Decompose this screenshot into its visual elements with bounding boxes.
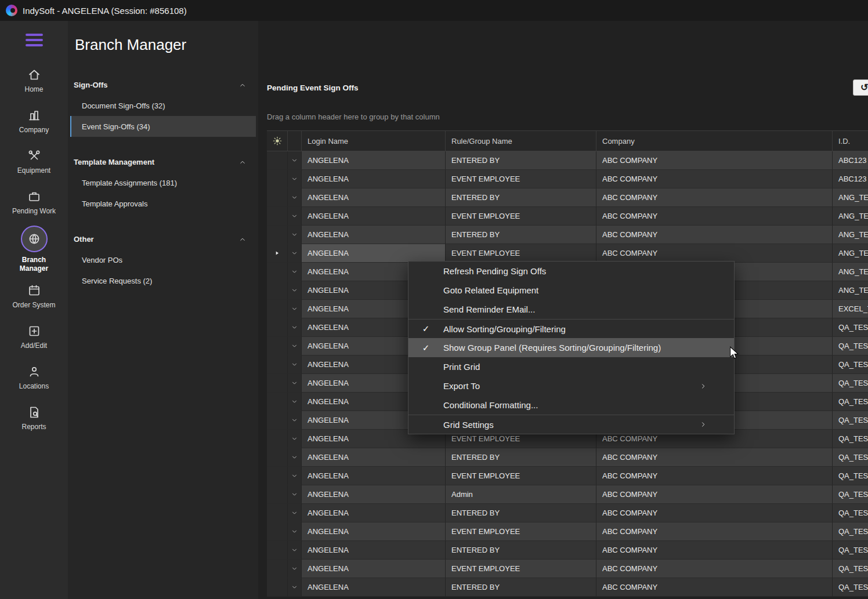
section-header-template-management[interactable]: Template Management xyxy=(68,152,258,172)
cell-rule-group-name[interactable]: ENTERED BY xyxy=(446,448,596,467)
cell-rule-group-name[interactable]: ENTERED BY xyxy=(446,226,596,244)
cell-login-name[interactable]: ANGELENA xyxy=(302,207,446,226)
cell-company[interactable]: ABC COMPANY xyxy=(596,541,833,560)
row-expand-button[interactable] xyxy=(288,504,302,522)
cell-id[interactable]: QA_TEST xyxy=(833,355,868,374)
cell-rule-group-name[interactable]: EVENT EMPLOYEE xyxy=(446,560,596,578)
table-row[interactable]: ANGELENAEVENT EMPLOYEEABC COMPANYQA_TEST xyxy=(267,522,868,541)
section-header-other[interactable]: Other xyxy=(68,229,258,249)
sidebar-item-order-system[interactable]: Order System xyxy=(0,276,68,317)
row-expand-button[interactable] xyxy=(288,448,302,467)
sidebar-item-add-edit[interactable]: Add/Edit xyxy=(0,317,68,357)
cell-rule-group-name[interactable]: EVENT EMPLOYEE xyxy=(446,207,596,226)
row-expand-button[interactable] xyxy=(288,578,302,597)
cell-login-name[interactable]: ANGELENA xyxy=(302,467,446,485)
nav-item-template-assignments-181[interactable]: Template Assignments (181) xyxy=(70,172,256,193)
row-expand-button[interactable] xyxy=(288,411,302,430)
cell-rule-group-name[interactable]: Admin xyxy=(446,485,596,504)
cell-login-name[interactable]: ANGELENA xyxy=(302,151,446,170)
sidebar-item-reports[interactable]: Reports xyxy=(0,398,68,438)
hamburger-menu-icon[interactable] xyxy=(26,34,43,46)
sidebar-item-home[interactable]: Home xyxy=(0,60,68,101)
cell-company[interactable]: ABC COMPANY xyxy=(596,207,833,226)
row-expand-button[interactable] xyxy=(288,244,302,263)
row-expand-button[interactable] xyxy=(288,151,302,170)
menu-item-refresh-pending-sign-offs[interactable]: Refresh Pending Sign Offs xyxy=(408,262,734,281)
row-expand-button[interactable] xyxy=(288,522,302,541)
menu-item-goto-related-equipment[interactable]: Goto Related Equipment xyxy=(408,281,734,300)
cell-id[interactable]: QA_TEST xyxy=(833,374,868,393)
row-expand-button[interactable] xyxy=(288,374,302,393)
row-expand-button[interactable] xyxy=(288,467,302,485)
indicator-column-header[interactable] xyxy=(267,131,288,151)
table-row[interactable]: ANGELENAEVENT EMPLOYEEABC COMPANYANG_TES xyxy=(267,207,868,226)
sidebar-item-equipment[interactable]: Equipment xyxy=(0,141,68,182)
cell-rule-group-name[interactable]: EVENT EMPLOYEE xyxy=(446,244,596,263)
row-expand-button[interactable] xyxy=(288,485,302,504)
cell-login-name[interactable]: ANGELENA xyxy=(302,244,446,263)
table-row[interactable]: ANGELENAENTERED BYABC COMPANYQA_TEST xyxy=(267,448,868,467)
nav-item-vendor-pos[interactable]: Vendor POs xyxy=(70,249,256,270)
cell-id[interactable]: QA_TEST xyxy=(833,560,868,578)
cell-login-name[interactable]: ANGELENA xyxy=(302,188,446,207)
cell-rule-group-name[interactable]: ENTERED BY xyxy=(446,151,596,170)
cell-rule-group-name[interactable]: EVENT EMPLOYEE xyxy=(446,522,596,541)
cell-id[interactable]: QA_TEST xyxy=(833,578,868,597)
cell-id[interactable]: ANG_TES xyxy=(833,281,868,300)
cell-id[interactable]: QA_TEST xyxy=(833,448,868,467)
cell-id[interactable]: QA_TEST xyxy=(833,467,868,485)
row-expand-button[interactable] xyxy=(288,541,302,560)
row-expand-button[interactable] xyxy=(288,170,302,188)
table-row[interactable]: ANGELENAENTERED BYABC COMPANYQA_TEST xyxy=(267,504,868,522)
column-header-rule-group-name[interactable]: Rule/Group Name xyxy=(446,131,596,151)
table-row[interactable]: ANGELENAEVENT EMPLOYEEABC COMPANYABC123 xyxy=(267,170,868,188)
cell-id[interactable]: QA_TEST xyxy=(833,318,868,337)
menu-item-export-to[interactable]: Export To xyxy=(408,376,734,395)
refresh-button[interactable]: ↺ Refresh xyxy=(853,79,868,96)
cell-company[interactable]: ABC COMPANY xyxy=(596,226,833,244)
cell-login-name[interactable]: ANGELENA xyxy=(302,541,446,560)
sidebar-item-company[interactable]: Company xyxy=(0,101,68,141)
table-row[interactable]: ANGELENAENTERED BYABC COMPANYANG_TES xyxy=(267,226,868,244)
sidebar-item-pending-work[interactable]: Pending Work xyxy=(0,182,68,223)
table-row[interactable]: ANGELENAENTERED BYABC COMPANYABC123 xyxy=(267,151,868,170)
table-row[interactable]: ANGELENAENTERED BYABC COMPANYQA_TEST xyxy=(267,541,868,560)
cell-rule-group-name[interactable]: ENTERED BY xyxy=(446,188,596,207)
row-expand-button[interactable] xyxy=(288,300,302,318)
menu-item-print-grid[interactable]: Print Grid xyxy=(408,357,734,376)
row-expand-button[interactable] xyxy=(288,337,302,355)
column-header-id[interactable]: I.D. xyxy=(833,131,868,151)
menu-item-grid-settings[interactable]: Grid Settings xyxy=(408,415,734,434)
row-expand-button[interactable] xyxy=(288,318,302,337)
nav-item-event-sign-offs-34[interactable]: Event Sign-Offs (34) xyxy=(70,116,256,137)
cell-id[interactable]: ANG_TES xyxy=(833,263,868,281)
cell-login-name[interactable]: ANGELENA xyxy=(302,485,446,504)
cell-id[interactable]: ANG_TES xyxy=(833,244,868,263)
cell-login-name[interactable]: ANGELENA xyxy=(302,170,446,188)
menu-item-send-reminder-email[interactable]: Send Reminder EMail... xyxy=(408,300,734,319)
cell-company[interactable]: ABC COMPANY xyxy=(596,485,833,504)
cell-company[interactable]: ABC COMPANY xyxy=(596,560,833,578)
cell-rule-group-name[interactable]: ENTERED BY xyxy=(446,541,596,560)
cell-login-name[interactable]: ANGELENA xyxy=(302,560,446,578)
row-expand-button[interactable] xyxy=(288,226,302,244)
cell-company[interactable]: ABC COMPANY xyxy=(596,467,833,485)
column-header-company[interactable]: Company xyxy=(596,131,833,151)
cell-id[interactable]: ANG_TES xyxy=(833,226,868,244)
cell-id[interactable]: QA_TEST xyxy=(833,393,868,411)
row-expand-button[interactable] xyxy=(288,430,302,448)
cell-rule-group-name[interactable]: EVENT EMPLOYEE xyxy=(446,170,596,188)
table-row[interactable]: ANGELENAENTERED BYABC COMPANYANG_TES xyxy=(267,188,868,207)
sidebar-item-branch-manager[interactable]: Branch Manager xyxy=(0,223,68,276)
cell-company[interactable]: ABC COMPANY xyxy=(596,504,833,522)
nav-item-document-sign-offs-32[interactable]: Document Sign-Offs (32) xyxy=(70,95,256,116)
sidebar-item-locations[interactable]: Locations xyxy=(0,357,68,398)
cell-company[interactable]: ABC COMPANY xyxy=(596,170,833,188)
cell-id[interactable]: ANG_TES xyxy=(833,207,868,226)
cell-rule-group-name[interactable]: EVENT EMPLOYEE xyxy=(446,467,596,485)
cell-id[interactable]: QA_TEST xyxy=(833,485,868,504)
cell-login-name[interactable]: ANGELENA xyxy=(302,504,446,522)
cell-company[interactable]: ABC COMPANY xyxy=(596,151,833,170)
cell-id[interactable]: ABC123 xyxy=(833,170,868,188)
cell-id[interactable]: QA_TEST xyxy=(833,541,868,560)
